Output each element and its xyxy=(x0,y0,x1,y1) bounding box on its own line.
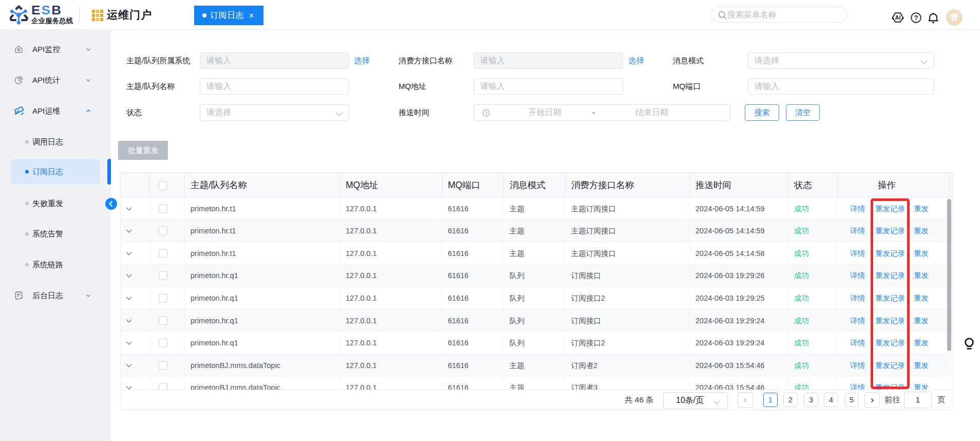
svg-text:?: ? xyxy=(914,14,918,22)
svg-text:AI: AI xyxy=(895,14,901,21)
